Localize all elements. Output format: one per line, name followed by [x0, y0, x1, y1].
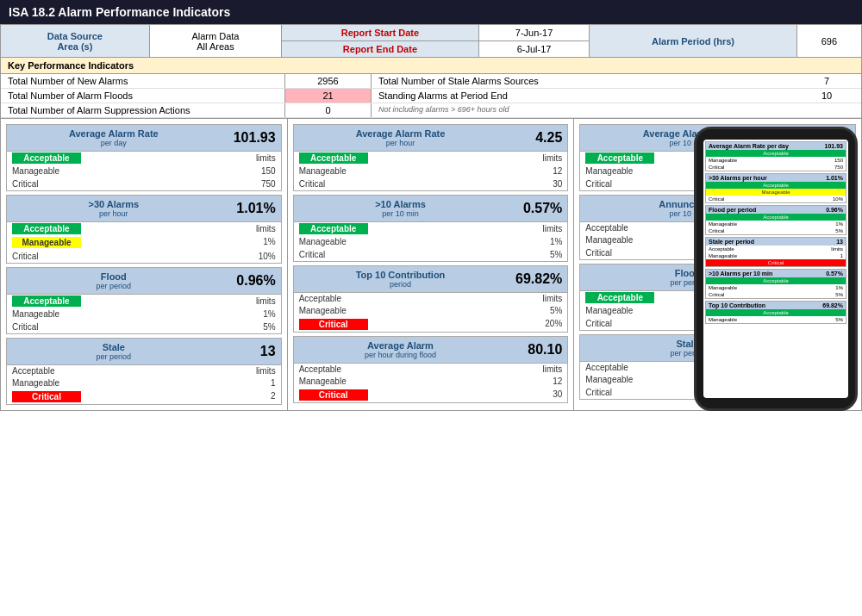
metric-top10-title: Top 10 Contribution — [299, 270, 503, 280]
metric-avg-hour-acceptable-row: Acceptable limits — [294, 152, 568, 165]
metric-avg-flood-header: Average Alarm per hour during flood 80.1… — [294, 337, 568, 364]
data-source-value: Alarm Data All Areas — [149, 25, 281, 58]
kpi-right-label-1: Total Number of Stale Alarms Sources — [372, 74, 792, 88]
metric-gt10-acceptable-row: Acceptable limits — [294, 222, 568, 235]
metric-top10: Top 10 Contribution period 69.82% Accept… — [293, 265, 569, 333]
metric-top10-acceptable-row: Acceptable limits — [294, 293, 568, 304]
metric-gt10-value: 0.57% — [502, 201, 562, 216]
metric-gt30-title: >30 Alarms — [12, 199, 216, 209]
metric-flood-header: Flood per period 0.96% — [7, 268, 281, 295]
metric-gt10: >10 Alarms per 10 min 0.57% Acceptable l… — [293, 195, 569, 262]
acceptable-bar: Acceptable — [12, 152, 81, 164]
data-source-label: Data Source Area (s) — [1, 25, 150, 58]
kpi-right-value-2: 10 — [792, 89, 861, 103]
metric-avg-day-header: Average Alarm Rate per day 101.93 — [7, 125, 281, 152]
metric-top10-manageable-row: Manageable 5% — [294, 304, 568, 317]
flood2-acceptable-bar: Acceptable — [585, 292, 654, 303]
metric-avg-hour-critical-row: Critical 30 — [294, 177, 568, 190]
metric-flood-manageable-row: Manageable 1% — [7, 308, 281, 320]
report-start-label: Report Start Date — [282, 25, 479, 41]
acceptable-limits: limits — [256, 153, 276, 163]
metric-avg-hour-header: Average Alarm Rate per hour 4.25 — [294, 125, 568, 152]
metric-avg-day-value: 101.93 — [216, 130, 276, 146]
metric-flood-title: Flood — [12, 271, 216, 282]
kpi-right-value-1: 7 — [792, 74, 861, 88]
metric-gt10-manageable-row: Manageable 1% — [294, 235, 568, 248]
kpi-row-3: Total Number of Alarm Suppression Action… — [1, 103, 861, 118]
metric-top10-subtitle: period — [299, 280, 503, 289]
metric-avg-flood: Average Alarm per hour during flood 80.1… — [293, 336, 569, 403]
metric-gt30-critical-row: Critical 10% — [7, 250, 281, 263]
metric-stale: Stale per period 13 Acceptable limits Ma… — [6, 338, 282, 405]
metric-flood-critical-row: Critical 5% — [7, 320, 281, 333]
metric-avg-flood-title: Average Alarm — [299, 340, 503, 351]
metric-avg-hour-manageable-row: Manageable 12 — [294, 165, 568, 177]
kpi-header: Key Performance Indicators — [1, 58, 861, 74]
metric-stale-critical-row: Critical 2 — [7, 389, 281, 404]
metric-flood-subtitle: per period — [12, 282, 216, 290]
metric-avg-hour-value: 4.25 — [502, 130, 562, 146]
avg-flood-critical-bar: Critical — [299, 389, 368, 401]
report-end-value: 6-Jul-17 — [478, 41, 590, 58]
stale-critical-bar: Critical — [12, 391, 81, 402]
kpi-label-2: Total Number of Alarm Floods — [1, 89, 285, 103]
gt10-acceptable-bar: Acceptable — [299, 223, 368, 234]
metric-gt10-critical-row: Critical 5% — [294, 248, 568, 261]
phone-screen: Average Alarm Rate per day 101.93 Accept… — [703, 140, 848, 398]
metric-flood: Flood per period 0.96% Acceptable limits… — [6, 267, 282, 334]
metric-avg-day-acceptable-row: Acceptable limits — [7, 152, 281, 165]
top10-critical-bar: Critical — [299, 319, 368, 330]
kpi-value-3: 0 — [285, 103, 372, 117]
kpi-row-2: Total Number of Alarm Floods 21 Standing… — [1, 89, 861, 103]
metric-avg-hour: Average Alarm Rate per hour 4.25 Accepta… — [293, 124, 569, 191]
metric-gt10-subtitle: per 10 min — [299, 209, 503, 218]
phone-metric-5: >10 Alarms per 10 min 0.57% Acceptable M… — [705, 269, 846, 299]
page-title: ISA 18.2 Alarm Performance Indicators — [0, 0, 862, 24]
alarm-period-label: Alarm Period (hrs) — [590, 25, 796, 58]
metric-avg-hour-subtitle: per hour — [299, 139, 503, 147]
avg-hour-acceptable-bar: Acceptable — [299, 152, 368, 164]
metric-top10-value: 69.82% — [502, 271, 562, 287]
metric-avg-day: Average Alarm Rate per day 101.93 Accept… — [6, 124, 282, 191]
phone-metric-2: >30 Alarms per hour 1.01% Acceptable Man… — [705, 173, 846, 203]
metric-avg-day-title: Average Alarm Rate — [12, 128, 216, 139]
kpi-label-3: Total Number of Alarm Suppression Action… — [1, 103, 285, 117]
metric-avg-flood-critical-row: Critical 30 — [294, 388, 568, 402]
kpi-value-1: 2956 — [285, 74, 372, 88]
metric-gt30-header: >30 Alarms per hour 1.01% — [7, 196, 281, 222]
metric-gt30-value: 1.01% — [216, 201, 276, 216]
avg-10min-acceptable-bar: Acceptable — [585, 152, 654, 164]
metric-stale-subtitle: per period — [12, 352, 216, 361]
kpi-value-2: 21 — [285, 89, 372, 103]
metric-gt10-header: >10 Alarms per 10 min 0.57% — [294, 196, 568, 222]
metric-avg-day-critical-row: Critical 750 — [7, 177, 281, 190]
col-2: Average Alarm Rate per hour 4.25 Accepta… — [288, 119, 575, 410]
metric-stale-manageable-row: Manageable 1 — [7, 376, 281, 389]
metric-flood-value: 0.96% — [216, 273, 276, 289]
header-table: Data Source Area (s) Alarm Data All Area… — [0, 24, 862, 58]
alarm-period-value: 696 — [796, 25, 861, 58]
phone-metric-4: Stale per period 13 Acceptablelimits Man… — [705, 237, 846, 267]
metric-avg-hour-title: Average Alarm Rate — [299, 128, 503, 139]
metric-gt30: >30 Alarms per hour 1.01% Acceptable lim… — [6, 195, 282, 264]
report-end-label: Report End Date — [282, 41, 479, 58]
kpi-right-value-3 — [792, 103, 861, 117]
gt30-acceptable-bar: Acceptable — [12, 223, 81, 234]
kpi-right-label-2: Standing Alarms at Period End — [372, 89, 792, 103]
metric-stale-acceptable-row: Acceptable limits — [7, 365, 281, 376]
gt30-manageable-bar: Manageable — [12, 237, 81, 248]
kpi-row-1: Total Number of New Alarms 2956 Total Nu… — [1, 74, 861, 89]
metric-top10-critical-row: Critical 20% — [294, 317, 568, 332]
metric-stale-title: Stale — [12, 342, 216, 352]
metric-flood-acceptable-row: Acceptable limits — [7, 295, 281, 308]
metric-stale-value: 13 — [216, 344, 276, 359]
metric-stale-header: Stale per period 13 — [7, 339, 281, 365]
col-1: Average Alarm Rate per day 101.93 Accept… — [1, 119, 288, 410]
phone-metric-6: Top 10 Contribution 69.82% Acceptable Ma… — [705, 301, 846, 324]
phone-metric-3: Flood per period 0.96% Acceptable Manage… — [705, 205, 846, 235]
kpi-label-1: Total Number of New Alarms — [1, 74, 285, 88]
phone-metric-1: Average Alarm Rate per day 101.93 Accept… — [705, 141, 846, 171]
metric-gt30-subtitle: per hour — [12, 209, 216, 218]
kpi-note: Not including alarms > 696+ hours old — [372, 103, 792, 117]
kpi-section: Key Performance Indicators Total Number … — [0, 58, 862, 119]
